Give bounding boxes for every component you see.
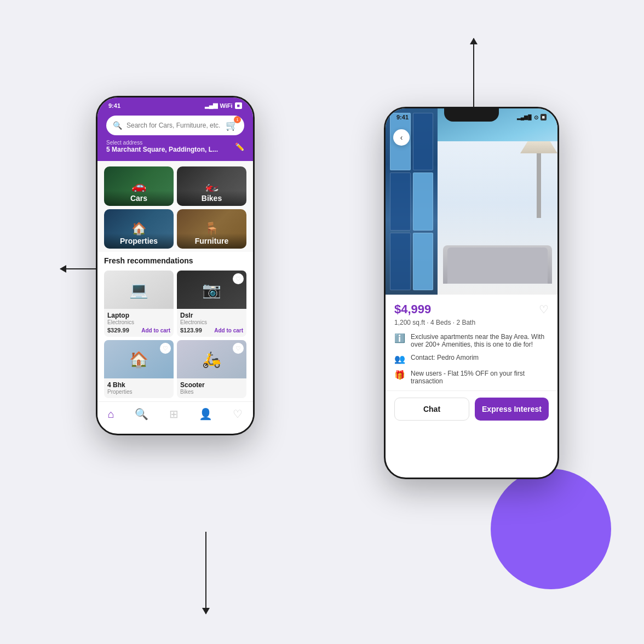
product-scooter[interactable]: 🛵 ♡ Scooter Bikes: [177, 340, 246, 398]
product-name-apartment: 4 Bhk: [107, 381, 170, 389]
categories-grid: 🚗 Cars 🏍️ Bikes 🏠 Properties 🪑 Furniture: [97, 161, 253, 252]
lamp: [537, 152, 541, 218]
panel-cell-5: [390, 233, 411, 290]
promo-text: New users - Flat 15% OFF on your first t…: [411, 370, 549, 385]
product-cat-laptop: Electronics: [107, 319, 170, 325]
heart-apartment[interactable]: ♡: [160, 343, 171, 354]
promo-icon: 🎁: [394, 370, 405, 380]
contact-text: Contact: Pedro Amorim: [411, 354, 479, 361]
heart-scooter[interactable]: ♡: [233, 343, 244, 354]
category-bikes[interactable]: 🏍️ Bikes: [177, 166, 246, 206]
bottom-nav: ⌂ 🔍 ⊞ 👤 ♡: [97, 401, 253, 427]
room-interior: [438, 141, 557, 295]
room-decoration: [386, 108, 557, 295]
right-phone: 9:41 ▂▄▆█ ⊙ ■ ‹: [384, 107, 559, 479]
cart-badge: 1: [234, 116, 241, 123]
category-cars-label: Cars: [104, 191, 174, 206]
left-phone: 9:41 ▂▄▆ WiFi ■ 🔍 🛒 1 Select address 5 M…: [96, 96, 255, 435]
product-price-laptop: $329.99: [107, 327, 129, 334]
contact-icon: 👥: [394, 354, 405, 364]
sofa: [443, 245, 552, 284]
battery-right: ■: [540, 114, 547, 120]
nav-grid[interactable]: ⊞: [169, 407, 179, 421]
description-text: Exclusive apartments near the Bay Area. …: [411, 333, 549, 348]
product-info-dslr: Dslr Electronics $123.99 Add to cart: [177, 309, 246, 337]
products-grid: 💻 Laptop Electronics $329.99 Add to cart…: [97, 267, 253, 401]
address-row: Select address 5 Marchant Square, Paddin…: [106, 140, 244, 153]
info-description: ℹ️ Exclusive apartments near the Bay Are…: [394, 333, 549, 348]
search-input[interactable]: [127, 122, 221, 129]
edit-icon[interactable]: ✏️: [235, 142, 244, 151]
status-bar-left: 9:41 ▂▄▆ WiFi ■: [97, 97, 253, 112]
info-icon: ℹ️: [394, 333, 405, 343]
nav-user[interactable]: 👤: [199, 407, 212, 421]
product-price-row-laptop: $329.99 Add to cart: [107, 327, 170, 334]
product-cat-dslr: Electronics: [180, 319, 243, 325]
product-name-scooter: Scooter: [180, 381, 243, 389]
category-bikes-label: Bikes: [177, 191, 246, 206]
product-dslr[interactable]: 📷 ♡ Dslr Electronics $123.99 Add to cart: [177, 271, 246, 337]
panel-cell-4: [413, 173, 434, 230]
address-label: Select address: [106, 140, 218, 146]
panel-cell-3: [390, 173, 411, 230]
product-info-laptop: Laptop Electronics $329.99 Add to cart: [104, 309, 174, 337]
product-price-row-dslr: $123.99 Add to cart: [180, 327, 243, 334]
product-info-apartment: 4 Bhk Properties: [104, 378, 174, 398]
wifi-icon: WiFi: [220, 102, 232, 109]
address-value: 5 Marchant Square, Paddington, L...: [106, 146, 218, 153]
price-row: $4,999 ♡: [394, 302, 549, 317]
status-icons-right: ▂▄▆█ ⊙ ■: [517, 114, 547, 120]
product-name-dslr: Dslr: [180, 312, 243, 319]
product-price-dslr: $123.99: [180, 327, 202, 334]
arrow-down: [205, 532, 206, 614]
property-details: $4,999 ♡ 1,200 sq.ft · 4 Beds · 2 Bath ℹ…: [386, 295, 557, 385]
signal-right: ▂▄▆█: [517, 114, 532, 120]
nav-home[interactable]: ⌂: [108, 408, 114, 421]
product-name-laptop: Laptop: [107, 312, 170, 319]
nav-heart[interactable]: ♡: [233, 407, 243, 421]
product-cat-scooter: Bikes: [180, 389, 243, 395]
category-furniture-label: Furniture: [177, 233, 246, 249]
bottom-actions: Chat Express Interest: [386, 390, 557, 427]
product-cat-apartment: Properties: [107, 389, 170, 395]
property-hero-image: 9:41 ▂▄▆█ ⊙ ■ ‹: [386, 108, 557, 295]
nav-search[interactable]: 🔍: [135, 407, 148, 421]
product-img-laptop: 💻: [104, 271, 174, 309]
fresh-recommendations-title: Fresh recommendations: [97, 252, 253, 267]
express-interest-button[interactable]: Express Interest: [475, 398, 549, 421]
time-right: 9:41: [396, 114, 409, 120]
phone-body-left: 🚗 Cars 🏍️ Bikes 🏠 Properties 🪑 Furniture…: [97, 161, 253, 401]
add-cart-laptop[interactable]: Add to cart: [141, 327, 170, 334]
signal-icon: ▂▄▆: [205, 102, 218, 109]
time-left: 9:41: [108, 102, 120, 109]
info-contact: 👥 Contact: Pedro Amorim: [394, 354, 549, 364]
category-properties[interactable]: 🏠 Properties: [104, 209, 174, 249]
property-price: $4,999: [394, 302, 431, 317]
category-cars[interactable]: 🚗 Cars: [104, 166, 174, 206]
battery-icon: ■: [235, 102, 242, 109]
notch-right: [444, 108, 499, 122]
decoration-circle: [491, 469, 611, 589]
wifi-right: ⊙: [534, 114, 538, 120]
product-info-scooter: Scooter Bikes: [177, 378, 246, 398]
back-button[interactable]: ‹: [393, 129, 410, 146]
product-apartment[interactable]: 🏠 ♡ 4 Bhk Properties: [104, 340, 174, 398]
heart-dslr[interactable]: ♡: [233, 273, 244, 284]
panel-cell-6: [413, 233, 434, 290]
info-promo: 🎁 New users - Flat 15% OFF on your first…: [394, 370, 549, 385]
product-laptop[interactable]: 💻 Laptop Electronics $329.99 Add to cart: [104, 271, 174, 337]
category-furniture[interactable]: 🪑 Furniture: [177, 209, 246, 249]
category-properties-label: Properties: [104, 233, 174, 249]
property-specs: 1,200 sq.ft · 4 Beds · 2 Bath: [394, 319, 549, 326]
header-left: 🔍 🛒 1 Select address 5 Marchant Square, …: [97, 112, 253, 161]
search-bar: 🔍 🛒 1: [106, 116, 244, 135]
specs-text: 1,200 sq.ft · 4 Beds · 2 Bath: [394, 319, 475, 326]
heart-property[interactable]: ♡: [539, 303, 549, 316]
status-icons-left: ▂▄▆ WiFi ■: [205, 102, 242, 109]
chat-button[interactable]: Chat: [394, 398, 469, 421]
add-cart-dslr[interactable]: Add to cart: [214, 327, 243, 334]
search-icon: 🔍: [113, 121, 122, 130]
